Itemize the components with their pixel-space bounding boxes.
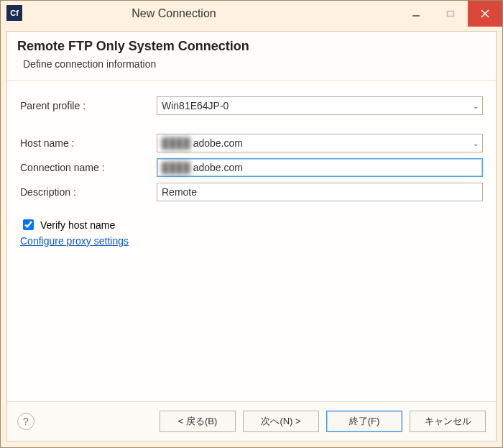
parent-profile-combo[interactable]: Win81E64JP-0 ⌄ [157,96,483,115]
wizard-title: Remote FTP Only System Connection [17,39,486,54]
connection-name-field[interactable]: ████ adobe.com [157,158,483,177]
parent-profile-value: Win81E64JP-0 [157,96,483,115]
host-name-obscured: ████ [162,137,190,149]
window-title: New Connection [0,1,399,27]
next-button[interactable]: 次へ(N) > [243,411,319,432]
back-button[interactable]: < 戻る(B) [160,411,236,432]
connection-name-row: Connection name : ████ adobe.com [20,158,483,177]
host-name-suffix: adobe.com [193,137,243,149]
description-row: Description : [20,183,483,201]
client-area: Remote FTP Only System Connection Define… [6,31,497,442]
host-name-row: Host name : ████ adobe.com ⌄ [20,134,483,152]
minimize-button[interactable] [399,1,433,27]
connection-name-obscured: ████ [162,162,190,173]
parent-profile-label: Parent profile : [20,100,157,111]
host-name-value: ████ adobe.com [157,134,483,152]
wizard-subtitle: Define connection information [17,58,486,70]
title-bar: Cf New Connection [1,1,502,27]
verify-host-row: Verify host name [20,217,483,232]
wizard-header: Remote FTP Only System Connection Define… [7,32,496,81]
parent-profile-row: Parent profile : Win81E64JP-0 ⌄ [20,96,483,115]
verify-host-label: Verify host name [40,219,115,231]
finish-button[interactable]: 終了(F) [326,411,402,432]
wizard-footer: ? < 戻る(B) 次へ(N) > 終了(F) キャンセル [7,401,496,441]
parent-profile-text: Win81E64JP-0 [162,100,229,111]
connection-name-suffix: adobe.com [193,162,243,173]
dialog-window: Cf New Connection Remote FTP Only System… [0,0,503,448]
cancel-button[interactable]: キャンセル [410,411,486,432]
close-icon [481,9,489,18]
close-button[interactable] [468,1,502,27]
verify-host-checkbox[interactable] [23,219,34,230]
wizard-body: Parent profile : Win81E64JP-0 ⌄ Host nam… [7,81,496,401]
host-name-combo[interactable]: ████ adobe.com ⌄ [157,134,483,152]
help-button[interactable]: ? [17,413,34,430]
description-field[interactable] [157,183,483,201]
help-icon: ? [23,416,29,427]
maximize-icon [446,9,455,18]
description-label: Description : [20,186,157,198]
minimize-icon [412,9,420,18]
window-controls [399,1,502,27]
connection-name-label: Connection name : [20,162,157,173]
configure-proxy-link[interactable]: Configure proxy settings [20,235,129,247]
host-name-label: Host name : [20,137,157,149]
svg-rect-1 [448,12,454,17]
maximize-button[interactable] [433,1,468,27]
